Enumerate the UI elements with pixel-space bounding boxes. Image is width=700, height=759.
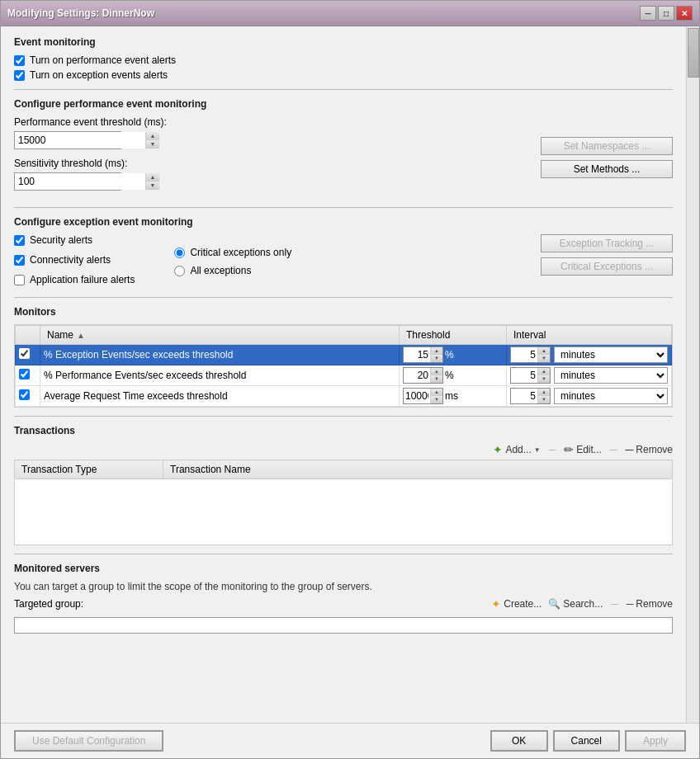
- ok-button[interactable]: OK: [490, 730, 548, 752]
- table-row[interactable]: % Performance Events/sec exceeds thresho…: [16, 365, 672, 386]
- add-transaction-button[interactable]: ✦ Add... ▼: [493, 443, 540, 456]
- perf-threshold-input[interactable]: [15, 132, 145, 148]
- use-default-button[interactable]: Use Default Configuration: [14, 730, 163, 752]
- transactions-name-col[interactable]: Transaction Name: [163, 460, 673, 479]
- row1-spin-btns: ▲ ▼: [430, 347, 442, 362]
- row3-threshold-down[interactable]: ▼: [431, 396, 442, 403]
- monitors-name-col[interactable]: Name ▲: [40, 326, 400, 345]
- row3-interval-up[interactable]: ▲: [538, 389, 550, 396]
- critical-exceptions-button[interactable]: Critical Exceptions ...: [541, 257, 673, 276]
- row3-threshold-unit: ms: [445, 390, 458, 402]
- remove-label: Remove: [636, 444, 673, 455]
- row1-threshold: ▲ ▼ %: [403, 346, 503, 363]
- row1-threshold-input[interactable]: [404, 347, 430, 362]
- transactions-table: Transaction Type Transaction Name: [14, 460, 673, 545]
- row2-checkbox[interactable]: [19, 369, 30, 380]
- row3-threshold-up[interactable]: ▲: [431, 389, 442, 396]
- row2-threshold-up[interactable]: ▲: [431, 368, 442, 375]
- add-icon: ✦: [493, 443, 503, 456]
- row3-interval-input[interactable]: [511, 389, 537, 403]
- transactions-tbody: [15, 479, 673, 545]
- search-group-button[interactable]: 🔍 Search...: [548, 598, 603, 610]
- row3-checkbox[interactable]: [19, 389, 30, 400]
- sensitivity-input[interactable]: [15, 173, 145, 190]
- exception-checkboxes: Security alerts Connectivity alerts Appl…: [14, 234, 135, 289]
- bottom-bar: Use Default Configuration OK Cancel Appl…: [1, 723, 699, 758]
- set-namespaces-button[interactable]: Set Namespaces ...: [541, 137, 673, 155]
- transactions-type-col[interactable]: Transaction Type: [15, 460, 163, 479]
- exception-alerts-checkbox[interactable]: [14, 70, 25, 81]
- monitors-threshold-col[interactable]: Threshold: [400, 326, 507, 345]
- row2-interval-select[interactable]: minutes hours seconds: [554, 367, 668, 384]
- app-failure-checkbox[interactable]: [14, 275, 25, 285]
- performance-alerts-row: Turn on performance event alerts: [14, 54, 673, 66]
- set-methods-button[interactable]: Set Methods ...: [541, 160, 673, 178]
- row1-checkbox[interactable]: [19, 348, 30, 359]
- targeted-group-input[interactable]: [14, 617, 673, 634]
- scrollbar[interactable]: [686, 26, 699, 723]
- row3-threshold-input[interactable]: [404, 389, 430, 403]
- edit-transaction-button[interactable]: ✏ Edit...: [564, 443, 602, 456]
- connectivity-alerts-checkbox[interactable]: [14, 255, 25, 266]
- table-row[interactable]: Average Request Time exceeds threshold ▲: [16, 386, 672, 407]
- cancel-button[interactable]: Cancel: [553, 730, 620, 752]
- remove-group-button[interactable]: ─ Remove: [627, 598, 673, 610]
- perf-threshold-up[interactable]: ▲: [146, 132, 159, 140]
- row3-interval: ▲ ▼ minutes hours seconds: [510, 388, 668, 404]
- remove-transaction-button[interactable]: ─ Remove: [625, 443, 673, 456]
- close-button[interactable]: ✕: [676, 6, 693, 21]
- security-alerts-checkbox[interactable]: [14, 235, 25, 246]
- row1-interval: ▲ ▼ minutes hours seconds: [510, 346, 668, 363]
- create-icon: ✦: [491, 597, 501, 610]
- toolbar-sep1: ─: [549, 444, 556, 455]
- row3-interval-select[interactable]: minutes hours seconds: [554, 388, 668, 404]
- scrollbar-thumb[interactable]: [688, 28, 699, 78]
- row2-name: % Performance Events/sec exceeds thresho…: [44, 370, 246, 381]
- row1-interval-input[interactable]: [511, 347, 537, 362]
- row1-name: % Exception Events/sec exceeds threshold: [44, 349, 233, 361]
- row1-threshold-unit: %: [445, 349, 454, 361]
- app-failure-label: Application failure alerts: [30, 274, 135, 285]
- monitors-interval-col[interactable]: Interval: [507, 326, 672, 345]
- row2-check-cell: [16, 365, 40, 386]
- critical-only-radio[interactable]: [174, 248, 185, 258]
- type-col-label: Transaction Type: [21, 464, 97, 475]
- row1-interval-up[interactable]: ▲: [538, 347, 550, 355]
- interval-col-label: Interval: [513, 329, 546, 341]
- row1-interval-down[interactable]: ▼: [538, 355, 550, 362]
- targeted-group-buttons: ✦ Create... 🔍 Search... ─ ─ Remove: [90, 597, 673, 610]
- row1-threshold-down[interactable]: ▼: [431, 355, 442, 362]
- add-label: Add...: [505, 444, 531, 455]
- table-row[interactable]: % Exception Events/sec exceeds threshold…: [16, 345, 672, 365]
- row2-interval-input[interactable]: [511, 368, 537, 383]
- perf-threshold-down[interactable]: ▼: [146, 140, 159, 148]
- exception-monitoring-title: Configure exception event monitoring: [14, 216, 673, 228]
- connectivity-alerts-label: Connectivity alerts: [30, 254, 111, 266]
- maximize-button[interactable]: □: [658, 6, 674, 21]
- sensitivity-down[interactable]: ▼: [146, 182, 159, 190]
- monitors-thead: Name ▲ Threshold Interval: [16, 326, 672, 345]
- row2-threshold-down[interactable]: ▼: [431, 375, 442, 383]
- main-window: Modifying Settings: DinnerNow ─ □ ✕ Even…: [0, 0, 700, 759]
- edit-label: Edit...: [576, 444, 602, 455]
- row1-threshold-up[interactable]: ▲: [431, 347, 442, 355]
- minimize-button[interactable]: ─: [640, 6, 656, 21]
- apply-button[interactable]: Apply: [625, 730, 686, 752]
- row2-threshold: ▲ ▼ %: [403, 367, 503, 384]
- create-group-button[interactable]: ✦ Create...: [491, 597, 542, 610]
- row2-interval-up[interactable]: ▲: [538, 368, 550, 375]
- sensitivity-up[interactable]: ▲: [146, 173, 159, 182]
- row2-interval: ▲ ▼ minutes hours seconds: [510, 367, 668, 384]
- exception-tracking-button[interactable]: Exception Tracking ...: [541, 234, 673, 252]
- row3-interval-down[interactable]: ▼: [538, 396, 550, 403]
- performance-alerts-checkbox[interactable]: [14, 55, 25, 66]
- edit-icon: ✏: [564, 443, 574, 456]
- monitored-servers-section: Monitored servers You can target a group…: [14, 563, 673, 634]
- row1-interval-select[interactable]: minutes hours seconds: [554, 346, 668, 363]
- row1-threshold-cell: ▲ ▼ %: [400, 345, 507, 365]
- monitors-check-col: [16, 326, 40, 345]
- row1-interval-spinbox: ▲ ▼: [510, 346, 551, 363]
- all-exceptions-radio[interactable]: [174, 266, 185, 276]
- row2-interval-down[interactable]: ▼: [538, 375, 550, 383]
- row2-threshold-input[interactable]: [404, 368, 430, 383]
